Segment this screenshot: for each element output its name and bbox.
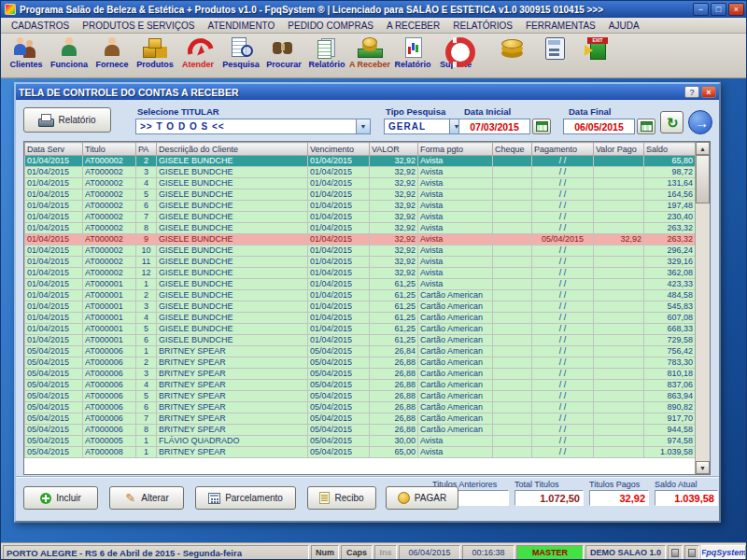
table-row[interactable]: 01/04/2015AT0000015GISELE BUNDCHE01/04/2…	[25, 324, 696, 335]
start-date-calendar-button[interactable]	[532, 119, 551, 134]
minimize-button[interactable]: −	[693, 3, 709, 16]
receipt-icon	[319, 492, 330, 504]
table-row[interactable]: 05/04/2015AT0000067BRITNEY SPEAR05/04/20…	[25, 413, 696, 425]
paid-titles-group: Titulos Pagos 32,92	[589, 480, 649, 506]
table-row[interactable]: 05/04/2015AT0000063BRITNEY SPEAR05/04/20…	[25, 369, 696, 380]
menu-ferramentas[interactable]: FERRAMENTAS	[519, 20, 602, 32]
start-date-field[interactable]: 07/03/2015	[458, 119, 530, 134]
table-row[interactable]: 05/04/2015AT0000062BRITNEY SPEAR05/04/20…	[25, 357, 696, 369]
cell-descriicao-do-cliente: BRITNEY SPEAR	[157, 391, 308, 402]
cell-forma-pgto: Avista	[418, 201, 493, 212]
toolbar-procurar[interactable]: Procurar	[262, 35, 305, 77]
toolbar-atender[interactable]: Atender	[176, 35, 219, 77]
parcelamento-button[interactable]: Parcelamento	[195, 486, 296, 510]
report-button[interactable]: Relatório	[23, 107, 111, 133]
toolbar-exit-icon[interactable]: EXIT	[576, 35, 619, 77]
menu-a-receber[interactable]: A RECEBER	[380, 20, 446, 32]
table-row[interactable]: 01/04/2015AT00000210GISELE BUNDCHE01/04/…	[25, 245, 696, 257]
application-window: Programa Salão de Beleza & Estética + Pr…	[0, 0, 747, 560]
table-row[interactable]: 05/04/2015AT0000081BRITNEY SPEAR05/04/20…	[25, 447, 696, 458]
close-button[interactable]: ×	[728, 3, 744, 16]
column-header-titulo[interactable]: Titulo	[83, 143, 136, 156]
table-row[interactable]: 01/04/2015AT0000022GISELE BUNDCHE01/04/2…	[25, 156, 696, 167]
table-row[interactable]: 01/04/2015AT0000027GISELE BUNDCHE01/04/2…	[25, 212, 696, 223]
tipo-pesquisa-select[interactable]: GERAL ▼	[384, 119, 464, 134]
exit-icon: EXIT	[584, 36, 612, 59]
table-row[interactable]: 01/04/2015AT0000024GISELE BUNDCHE01/04/2…	[25, 178, 696, 189]
end-date-field[interactable]: 06/05/2015	[563, 119, 635, 134]
menu-produtos-e-servicos[interactable]: PRODUTOS E SERVIÇOS	[76, 20, 201, 32]
toolbar-coins-icon[interactable]	[490, 35, 533, 77]
dialog-close-button[interactable]: ×	[701, 86, 716, 98]
table-row[interactable]: 05/04/2015AT0000066BRITNEY SPEAR05/04/20…	[25, 402, 696, 413]
toolbar-clientes[interactable]: Clientes	[5, 35, 48, 77]
column-header-valor-pago[interactable]: Valor Pago	[594, 143, 644, 156]
toolbar-suporte[interactable]: Suporte	[434, 35, 477, 77]
column-header-data-serv[interactable]: Data Serv	[25, 143, 83, 156]
column-header-vencimento[interactable]: Vencimento	[308, 143, 370, 156]
cell-data-serv: 01/04/2015	[25, 279, 83, 290]
table-row[interactable]: 01/04/2015AT0000012GISELE BUNDCHE01/04/2…	[25, 290, 696, 301]
toolbar-produtos[interactable]: Produtos	[134, 35, 176, 77]
cell-valor: 32,92	[370, 212, 418, 223]
cell-forma-pgto: Avista	[418, 245, 493, 257]
cell-cheque	[493, 290, 532, 301]
table-row[interactable]: 05/04/2015AT0000068BRITNEY SPEAR05/04/20…	[25, 425, 696, 436]
cell-vencimento: 01/04/2015	[308, 313, 370, 324]
toolbar-relatorio[interactable]: Relatório	[391, 35, 434, 77]
toolbar-relatorio[interactable]: Relatório	[305, 35, 348, 77]
maximize-button[interactable]: □	[711, 3, 726, 16]
table-row[interactable]: 05/04/2015AT0000051FLÁVIO QUADRADO05/04/…	[25, 436, 696, 447]
table-row[interactable]: 01/04/2015AT00000211GISELE BUNDCHE01/04/…	[25, 257, 696, 268]
incluir-button[interactable]: Incluir	[23, 486, 98, 510]
menu-atendimento[interactable]: ATENDIMENTO	[201, 20, 281, 32]
toolbar-fornece[interactable]: Fornece	[91, 35, 134, 77]
end-date-calendar-button[interactable]	[637, 119, 655, 134]
menu-pedido-compras[interactable]: PEDIDO COMPRAS	[281, 20, 380, 32]
refresh-button[interactable]: ↻	[660, 111, 684, 133]
go-button[interactable]: →	[688, 110, 712, 134]
table-row[interactable]: 01/04/2015AT0000023GISELE BUNDCHE01/04/2…	[25, 167, 696, 178]
toolbar-a-receber[interactable]: A Receber	[348, 35, 391, 77]
column-header-valor[interactable]: VALOR	[370, 143, 418, 156]
table-row[interactable]: 01/04/2015AT0000011GISELE BUNDCHE01/04/2…	[25, 279, 696, 290]
column-header-pagamento[interactable]: Pagamento	[532, 143, 594, 156]
coins-icon	[498, 36, 526, 59]
scroll-up-button[interactable]: ▲	[696, 142, 710, 155]
recibo-button[interactable]: Recibo	[307, 486, 376, 510]
table-row[interactable]: 01/04/2015AT0000013GISELE BUNDCHE01/04/2…	[25, 301, 696, 313]
pagar-button[interactable]: PAGAR	[386, 486, 458, 510]
alterar-button[interactable]: Alterar	[109, 486, 184, 510]
column-header-descriicao-do-cliente[interactable]: Descriição do Cliente	[157, 143, 308, 156]
dialog-help-button[interactable]: ?	[684, 86, 699, 98]
menu-relatorios[interactable]: RELATÓRIOS	[446, 20, 519, 32]
table-row[interactable]: 01/04/2015AT00000212GISELE BUNDCHE01/04/…	[25, 268, 696, 279]
table-row[interactable]: 05/04/2015AT0000065BRITNEY SPEAR05/04/20…	[25, 391, 696, 402]
menu-cadastros[interactable]: CADASTROS	[5, 20, 76, 32]
column-header-forma-pgto[interactable]: Forma pgto	[418, 143, 493, 156]
cell-vencimento: 05/04/2015	[308, 413, 370, 425]
table-row[interactable]: 01/04/2015AT0000026GISELE BUNDCHE01/04/2…	[25, 201, 696, 212]
toolbar-pesquisa[interactable]: Pesquisa	[219, 35, 262, 77]
table-row[interactable]: 01/04/2015AT0000014GISELE BUNDCHE01/04/2…	[25, 313, 696, 324]
table-row[interactable]: 01/04/2015AT0000029GISELE BUNDCHE01/04/2…	[25, 234, 696, 245]
table-row[interactable]: 05/04/2015AT0000061BRITNEY SPEAR05/04/20…	[25, 346, 696, 357]
report-button-label: Relatório	[58, 115, 95, 125]
scrollbar-thumb[interactable]	[696, 155, 710, 203]
table-row[interactable]: 05/04/2015AT0000064BRITNEY SPEAR05/04/20…	[25, 380, 696, 391]
column-header-pa[interactable]: PA	[136, 143, 157, 156]
toolbar-funciona[interactable]: Funciona	[48, 35, 91, 77]
column-header-cheque[interactable]: Cheque	[493, 143, 532, 156]
column-header-saldo[interactable]: Saldo	[644, 143, 696, 156]
titular-select[interactable]: >> T O D O S << ▼	[135, 119, 371, 134]
table-row[interactable]: 01/04/2015AT0000025GISELE BUNDCHE01/04/2…	[25, 189, 696, 201]
table-row[interactable]: 01/04/2015AT0000016GISELE BUNDCHE01/04/2…	[25, 335, 696, 346]
chevron-down-icon[interactable]: ▼	[356, 119, 370, 133]
menu-ajuda[interactable]: AJUDA	[602, 20, 646, 32]
toolbar-calculator-icon[interactable]	[533, 35, 576, 77]
scroll-down-button[interactable]: ▼	[696, 461, 710, 474]
cell-pagamento: / /	[532, 425, 594, 436]
table-row[interactable]: 01/04/2015AT0000028GISELE BUNDCHE01/04/2…	[25, 223, 696, 234]
vertical-scrollbar[interactable]: ▲ ▼	[695, 142, 710, 474]
status-brand[interactable]: FpqSystem	[701, 545, 746, 560]
